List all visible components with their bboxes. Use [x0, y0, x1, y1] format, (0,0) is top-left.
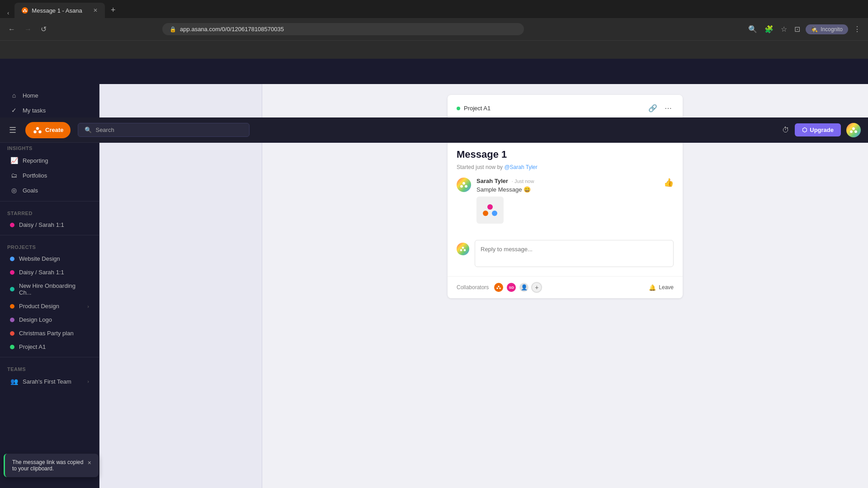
- upgrade-btn[interactable]: ⬡ Upgrade: [795, 123, 841, 136]
- team-chevron: ›: [87, 379, 89, 384]
- extension-btn[interactable]: 🧩: [763, 23, 775, 35]
- address-bar[interactable]: 🔒 app.asana.com/0/0/1206178108570035: [162, 23, 524, 35]
- starred-section-label: Starred: [0, 205, 99, 218]
- sidebar-item-project-a1[interactable]: Project A1: [3, 340, 96, 353]
- message-comment: Sarah Tyler · Just now Sample Message 😄: [457, 178, 674, 224]
- sidebar-item-home[interactable]: ⌂ Home: [3, 88, 96, 103]
- project-dot: [457, 107, 460, 110]
- message-footer: Collaborators SD 👤 + 🔔 Leave: [448, 276, 683, 298]
- topbar-right: ⏱ ⬡ Upgrade: [782, 123, 861, 137]
- sidebar-item-product-design[interactable]: Product Design ›: [3, 300, 96, 313]
- message-body: Message 1 Started just now by @Sarah Tyl…: [448, 140, 683, 240]
- create-btn[interactable]: Create: [25, 122, 71, 138]
- tab-back-controls[interactable]: ‹: [4, 9, 13, 18]
- sidebar-item-sarahs-first-team[interactable]: 👥 Sarah's First Team ›: [3, 374, 96, 389]
- active-tab[interactable]: Message 1 - Asana ✕: [14, 3, 105, 18]
- collab-avatar-3: 👤: [519, 282, 529, 293]
- menu-toggle-btn[interactable]: ☰: [7, 123, 18, 137]
- incognito-icon: 🕵: [811, 26, 818, 33]
- svg-point-9: [462, 182, 465, 185]
- sidebar-divider-4: [0, 357, 99, 357]
- commenter-avatar: [457, 178, 471, 192]
- sidebar-item-new-hire[interactable]: New Hire Onboarding Ch...: [3, 279, 96, 299]
- sidebar-item-christmas-party[interactable]: Christmas Party plan: [3, 327, 96, 340]
- svg-point-7: [850, 130, 853, 133]
- sidebar-item-reporting[interactable]: 📈 Reporting: [3, 153, 96, 168]
- upgrade-icon: ⬡: [802, 127, 807, 133]
- incognito-label: Incognito: [821, 26, 843, 33]
- svg-point-14: [492, 211, 497, 216]
- url-text: app.asana.com/0/0/1206178108570035: [180, 26, 517, 33]
- more-btn[interactable]: ⋮: [852, 23, 863, 35]
- tab-favicon: [22, 7, 28, 14]
- product-design-label: Product Design: [19, 303, 59, 310]
- sidebar-item-goals[interactable]: ◎ Goals: [3, 183, 96, 197]
- website-design-dot: [10, 257, 14, 261]
- daisy-sarah-label: Daisy / Sarah 1:1: [19, 269, 64, 276]
- collaborator-avatars: SD 👤 +: [493, 282, 542, 293]
- goals-icon: ◎: [10, 186, 18, 194]
- sidebar-item-website-design[interactable]: Website Design: [3, 252, 96, 265]
- svg-point-20: [500, 287, 501, 289]
- product-design-chevron: ›: [87, 304, 89, 309]
- search-page-btn[interactable]: 🔍: [746, 23, 759, 35]
- sidebar: ⌂ Home ✓ My tasks 📥 Inbox Insights 📈 Rep…: [0, 84, 99, 488]
- leave-btn[interactable]: 🔔 Leave: [649, 284, 674, 291]
- forward-btn[interactable]: →: [22, 23, 34, 35]
- toast-message: The message link was copied to your clip…: [12, 459, 84, 472]
- started-text: Started just now by: [457, 164, 504, 170]
- svg-point-5: [38, 130, 41, 133]
- leave-label: Leave: [659, 284, 674, 291]
- sidebar-divider-2: [0, 201, 99, 202]
- sidebar-item-portfolios[interactable]: 🗂 Portfolios: [3, 168, 96, 183]
- user-avatar-top[interactable]: [846, 123, 861, 137]
- collab-avatar-1: [493, 282, 504, 293]
- comment-attachment: [476, 197, 504, 224]
- reporting-icon: 📈: [10, 156, 18, 164]
- tasks-icon: ✓: [10, 106, 18, 114]
- project-badge: Project A1: [457, 105, 491, 112]
- asana-topbar: ☰ Create 🔍 Search ⏱ ⬡ Upgrade: [0, 117, 868, 143]
- toast-close-btn[interactable]: ×: [88, 459, 91, 466]
- design-logo-label: Design Logo: [19, 316, 52, 323]
- portfolios-icon: 🗂: [10, 171, 18, 179]
- copy-link-btn[interactable]: 🔗: [646, 102, 659, 114]
- like-btn[interactable]: 👍: [664, 178, 674, 224]
- svg-point-18: [498, 286, 500, 287]
- author-link[interactable]: @Sarah Tyler: [504, 164, 537, 170]
- sidebar-item-my-tasks[interactable]: ✓ My tasks: [3, 103, 96, 117]
- team-icon: 👥: [10, 377, 18, 385]
- collaborators-label: Collaborators: [457, 284, 489, 291]
- reload-btn[interactable]: ↺: [38, 23, 49, 35]
- back-btn[interactable]: ←: [5, 23, 18, 35]
- sidebar-item-starred-daisy[interactable]: Daisy / Sarah 1:1: [3, 218, 96, 231]
- search-bar[interactable]: 🔍 Search: [78, 123, 250, 137]
- product-design-dot: [10, 304, 14, 309]
- bookmark-btn[interactable]: ☆: [779, 23, 789, 35]
- comment-text: Sample Message 😄: [476, 186, 658, 193]
- project-name: Project A1: [464, 105, 491, 112]
- tab-close-btn[interactable]: ✕: [93, 7, 98, 14]
- website-design-label: Website Design: [19, 255, 60, 262]
- projects-section-label: Projects: [0, 239, 99, 252]
- sidebar-item-daisy-sarah[interactable]: Daisy / Sarah 1:1: [3, 266, 96, 279]
- new-hire-dot: [10, 287, 14, 291]
- new-tab-btn[interactable]: +: [107, 4, 119, 16]
- sidebar-btn[interactable]: ⊡: [793, 23, 802, 35]
- svg-point-6: [852, 127, 855, 130]
- reply-input[interactable]: [475, 240, 674, 267]
- svg-point-11: [465, 185, 467, 188]
- left-panel: [99, 84, 262, 488]
- add-collaborator-btn[interactable]: +: [531, 282, 542, 293]
- comment-header: Sarah Tyler · Just now: [476, 178, 658, 184]
- tab-title: Message 1 - Asana: [32, 7, 82, 14]
- bell-icon: 🔔: [649, 284, 656, 291]
- svg-point-13: [483, 211, 488, 216]
- more-options-btn[interactable]: ⋯: [663, 102, 674, 114]
- reply-avatar: [457, 243, 469, 255]
- new-hire-label: New Hire Onboarding Ch...: [19, 282, 89, 296]
- browser-tabs: ‹ Message 1 - Asana ✕ +: [0, 0, 868, 18]
- sidebar-item-design-logo[interactable]: Design Logo: [3, 313, 96, 326]
- message-author: Started just now by @Sarah Tyler: [457, 164, 674, 170]
- clock-icon[interactable]: ⏱: [782, 126, 789, 134]
